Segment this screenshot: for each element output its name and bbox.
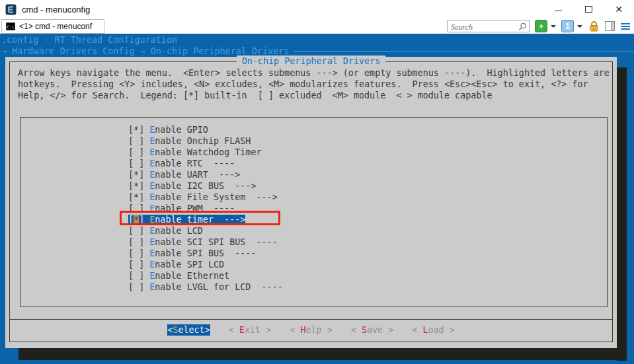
active-console-button[interactable]: 1 (561, 20, 574, 32)
item-suffix: ---- (224, 248, 256, 258)
checkbox-state (134, 282, 139, 292)
minimize-button[interactable] (543, 0, 573, 18)
menu-list: [*] Enable GPIO[ ] Enable Onchip FLASH[ … (20, 118, 607, 293)
menuconfig-dialog: On-chip Peripheral Drivers Arrow keys na… (5, 57, 617, 348)
menu-item[interactable]: [ ] Enable SCI SPI BUS ---- (128, 237, 607, 248)
button-label: xit (245, 325, 260, 335)
checkbox-state (134, 147, 139, 157)
button-label: elp (305, 325, 321, 335)
breadcrumb-rule (294, 51, 634, 52)
item-suffix: ---- (245, 237, 277, 247)
instructions-line: hotkeys. Pressing <Y> includes, <N> excl… (18, 79, 610, 90)
checkbox-state (134, 159, 139, 168)
maximize-icon (585, 6, 592, 13)
item-label: nable Watchdog Timer (155, 147, 261, 157)
new-console-dropdown-icon[interactable] (551, 25, 556, 28)
item-label: nable Onchip FLASH (155, 136, 251, 146)
dialog-button[interactable]: < Save > (351, 324, 394, 336)
checkbox-state (134, 237, 139, 247)
close-icon: ✕ (615, 5, 623, 14)
checkbox-state (134, 136, 139, 146)
checkbox-state: * (134, 181, 139, 191)
menu-item[interactable]: [ ] Enable LCD (128, 225, 607, 237)
dialog-shadow-bottom (19, 348, 627, 360)
new-console-button[interactable]: + (535, 20, 547, 32)
item-label: nable SPI BUS (155, 248, 224, 258)
close-button[interactable]: ✕ (604, 0, 634, 18)
menu-item[interactable]: [ ] Enable LVGL for LCD ---- (128, 281, 607, 293)
menu-item[interactable]: [ ] Enable RTC ---- (128, 158, 607, 169)
item-suffix: ---> (208, 170, 240, 180)
checkbox-state: * (134, 170, 139, 180)
button-hotkey: E (239, 325, 245, 335)
menu-item[interactable]: [ ] Enable SPI LCD (128, 259, 607, 270)
dialog-button[interactable]: <Select> (167, 324, 210, 336)
menu-item[interactable]: [*] Enable File System ---> (128, 192, 607, 203)
dialog-button[interactable]: < Load > (412, 324, 455, 336)
title-bar: cmd - menuconfig ✕ (0, 0, 634, 18)
console-list-dropdown-icon[interactable] (577, 25, 582, 28)
checkbox-state (134, 260, 139, 270)
search-icon[interactable] (518, 22, 527, 31)
search-input[interactable] (448, 22, 529, 33)
buttons-separator (9, 319, 613, 320)
item-suffix: ---> (245, 192, 277, 202)
split-pane-icon[interactable] (605, 21, 615, 31)
search-box (447, 20, 530, 32)
menu-icon[interactable] (621, 23, 630, 30)
tab-label: <1> cmd - menuconf (19, 22, 92, 31)
item-label: nable GPIO (155, 125, 208, 135)
menu-item[interactable]: [ ] Enable Watchdog Timer (128, 147, 607, 158)
cmd-icon: C:\ (6, 22, 15, 30)
terminal-screen: .config - RT-Thread Configuration → Hard… (0, 34, 634, 364)
item-label: nable SCI SPI BUS (155, 237, 245, 247)
minimize-icon (555, 11, 562, 11)
checkbox-state (134, 248, 139, 258)
checkbox-state (134, 226, 139, 236)
item-suffix: ---> (224, 181, 256, 191)
conemu-app-icon (5, 4, 17, 15)
checkbox-state (134, 271, 139, 281)
button-label: ave (367, 325, 383, 335)
menu-item[interactable]: [*] Enable I2C BUS ---> (128, 180, 607, 192)
maximize-button[interactable] (573, 0, 604, 18)
item-label: nable LVGL for LCD (155, 282, 251, 292)
instructions-line: Arrow keys navigate the menu. <Enter> se… (18, 67, 610, 79)
item-label: nable SPI LCD (155, 260, 224, 270)
menu-item[interactable]: [ ] Enable Ethernet (128, 270, 607, 281)
menu-item[interactable]: [*] Enable GPIO (128, 124, 607, 135)
dialog-shadow-right (617, 67, 627, 361)
tab-bar: C:\ <1> cmd - menuconf + 1 (0, 18, 634, 34)
item-label: nable Ethernet (155, 271, 229, 281)
item-label: nable RTC (155, 159, 203, 168)
item-label: nable UART (155, 170, 208, 180)
menu-item[interactable]: [*] Enable UART ---> (128, 169, 607, 180)
console-tab[interactable]: C:\ <1> cmd - menuconf (1, 19, 104, 34)
item-label: nable I2C BUS (155, 181, 224, 191)
menu-item[interactable]: [ ] Enable SPI BUS ---- (128, 248, 607, 259)
red-annotation-box (120, 211, 280, 225)
dialog-instructions: Arrow keys navigate the menu. <Enter> se… (18, 67, 610, 101)
item-label: nable File System (155, 192, 245, 202)
item-suffix: ---- (203, 159, 235, 168)
window-title: cmd - menuconfig (22, 5, 90, 15)
item-suffix: ---- (251, 282, 282, 292)
checkbox-state: * (134, 192, 139, 202)
lock-icon[interactable] (589, 20, 599, 32)
instructions-line: Help, </> for Search. Legend: [*] built-… (18, 90, 610, 101)
item-label: nable LCD (155, 226, 203, 236)
checkbox-state: * (134, 125, 139, 135)
menu-item[interactable]: [ ] Enable Onchip FLASH (128, 135, 607, 147)
button-hotkey: S (362, 325, 367, 335)
dialog-title: On-chip Peripheral Drivers (237, 55, 386, 67)
button-label: elect (178, 325, 204, 335)
menu-listbox: [*] Enable GPIO[ ] Enable Onchip FLASH[ … (20, 117, 608, 307)
button-label: oad (428, 325, 444, 335)
kconfig-title-line: .config - RT-Thread Configuration (1, 34, 177, 46)
dialog-button[interactable]: < Exit > (229, 324, 272, 336)
dialog-button[interactable]: < Help > (290, 324, 333, 336)
dialog-buttons: <Select>< Exit >< Help >< Save >< Load > (5, 324, 617, 336)
